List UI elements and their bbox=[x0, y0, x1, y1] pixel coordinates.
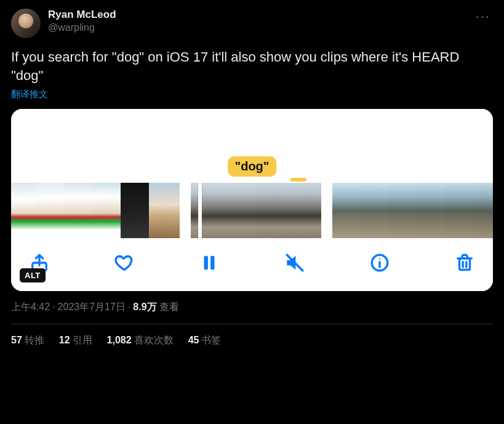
thumbnail bbox=[256, 183, 321, 238]
date[interactable]: 2023年7月17日 bbox=[58, 302, 126, 312]
thumbnail bbox=[474, 183, 493, 238]
avatar[interactable] bbox=[11, 9, 41, 38]
playhead[interactable] bbox=[198, 183, 202, 238]
info-icon[interactable] bbox=[367, 250, 392, 275]
media-top: "dog" bbox=[11, 109, 493, 183]
thumbnail bbox=[361, 183, 389, 238]
retweet-label: 转推 bbox=[25, 335, 44, 345]
thumbnail bbox=[11, 183, 36, 238]
pause-icon[interactable] bbox=[197, 250, 222, 275]
filmstrip[interactable] bbox=[11, 183, 493, 238]
svg-point-6 bbox=[379, 258, 380, 259]
clip-cluster-2[interactable] bbox=[191, 183, 321, 238]
alt-badge[interactable]: ALT bbox=[20, 268, 46, 282]
svg-rect-2 bbox=[211, 256, 215, 270]
clip-cluster-1[interactable] bbox=[11, 183, 180, 238]
heart-icon[interactable] bbox=[112, 250, 137, 275]
svg-rect-1 bbox=[204, 256, 208, 270]
retweets-stat[interactable]: 57转推 bbox=[11, 334, 44, 347]
tooltip-tail bbox=[290, 178, 306, 182]
thumbnail bbox=[121, 183, 149, 238]
likes-stat[interactable]: 1,082喜欢次数 bbox=[107, 334, 174, 347]
tweet-stats: 57转推 12引用 1,082喜欢次数 45书签 bbox=[11, 324, 493, 347]
tweet-meta: 上午4:42·2023年7月17日·8.9万 查看 bbox=[11, 301, 493, 314]
retweet-count: 57 bbox=[11, 335, 22, 345]
bookmark-label: 书签 bbox=[201, 335, 221, 345]
thumbnail bbox=[332, 183, 361, 238]
like-label: 喜欢次数 bbox=[134, 335, 174, 345]
time[interactable]: 上午4:42 bbox=[11, 302, 50, 312]
media-card[interactable]: "dog" bbox=[11, 109, 493, 291]
quote-label: 引用 bbox=[73, 335, 92, 345]
search-tooltip: "dog" bbox=[228, 156, 277, 177]
tweet-container: Ryan McLeod @warpling ··· If you search … bbox=[0, 0, 504, 347]
thumbnail bbox=[417, 183, 446, 238]
bookmark-count: 45 bbox=[188, 335, 199, 345]
views-count: 8.9万 bbox=[133, 302, 156, 312]
bookmarks-stat[interactable]: 45书签 bbox=[188, 334, 222, 347]
handle: @warpling bbox=[48, 22, 473, 34]
svg-rect-7 bbox=[459, 258, 470, 270]
like-count: 1,082 bbox=[107, 335, 132, 345]
thumbnail bbox=[92, 183, 121, 238]
quote-count: 12 bbox=[59, 335, 70, 345]
translate-link[interactable]: 翻译推文 bbox=[11, 89, 493, 100]
thumbnail bbox=[64, 183, 92, 238]
mute-icon[interactable] bbox=[282, 250, 307, 275]
views-label: 查看 bbox=[159, 302, 179, 312]
tweet-text: If you search for "dog" on iOS 17 it'll … bbox=[11, 48, 493, 85]
quotes-stat[interactable]: 12引用 bbox=[59, 334, 92, 347]
media-toolbar bbox=[11, 238, 493, 291]
more-button[interactable]: ··· bbox=[473, 9, 493, 25]
clip-cluster-3[interactable] bbox=[332, 183, 493, 238]
thumbnail bbox=[36, 183, 64, 238]
tweet-header: Ryan McLeod @warpling ··· bbox=[11, 9, 493, 38]
thumbnail bbox=[446, 183, 474, 238]
thumbnail bbox=[389, 183, 417, 238]
trash-icon[interactable] bbox=[452, 250, 477, 275]
author-names[interactable]: Ryan McLeod @warpling bbox=[48, 9, 473, 34]
display-name: Ryan McLeod bbox=[48, 9, 473, 21]
thumbnail bbox=[149, 183, 180, 238]
